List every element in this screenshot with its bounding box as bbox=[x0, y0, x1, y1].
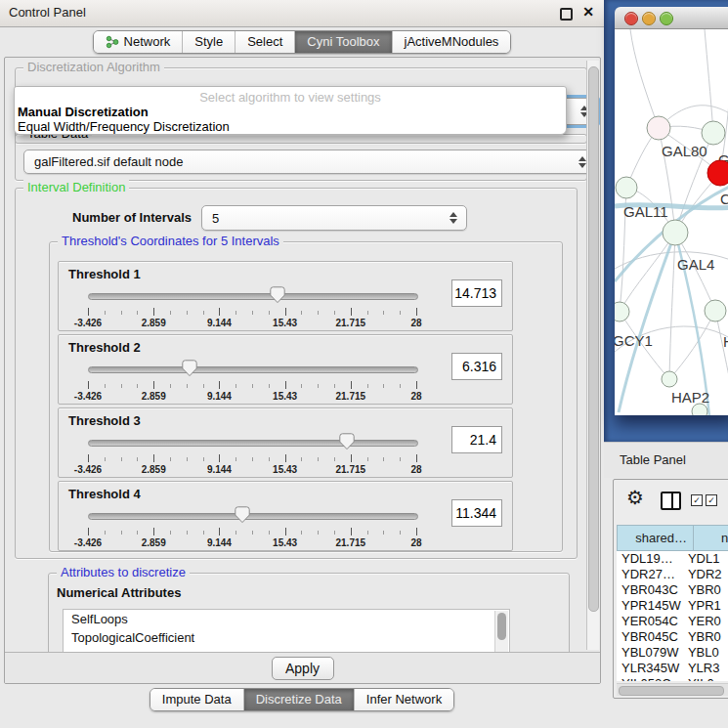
table-row[interactable]: YBR043CYBR0 bbox=[617, 582, 728, 598]
thresholds-group: Threshold's Coordinates for 5 Intervals … bbox=[49, 241, 563, 552]
tick-mark bbox=[252, 311, 253, 315]
tab-jactivemnodules[interactable]: jActiveMNodules bbox=[392, 31, 511, 53]
tick-mark bbox=[170, 457, 171, 461]
algorithm-option-manual-discretization[interactable]: Manual Discretization bbox=[18, 105, 569, 119]
network-node-c[interactable] bbox=[707, 160, 728, 186]
close-traffic-light-icon[interactable] bbox=[624, 12, 638, 25]
cell-shared-name: YLR345W bbox=[617, 661, 684, 676]
slider-thumb[interactable] bbox=[339, 433, 355, 450]
tab-cyni-toolbox[interactable]: Cyni Toolbox bbox=[294, 31, 391, 53]
tick-mark bbox=[121, 311, 122, 315]
table-scrollbar-thumb[interactable] bbox=[619, 686, 724, 696]
network-node-ga[interactable] bbox=[702, 121, 725, 145]
network-edge bbox=[669, 233, 675, 379]
table-row[interactable]: YBL079WYBL0 bbox=[617, 645, 728, 661]
cell-name: YBR0 bbox=[684, 629, 728, 645]
table-row[interactable]: YPR145WYPR1 bbox=[617, 598, 728, 614]
axis-label: -3.426 bbox=[74, 318, 102, 328]
network-canvas[interactable]: GAL80GACGAL11GAL4GCY1HHAP2 bbox=[615, 29, 728, 415]
attribute-item-topologicalcoefficient[interactable]: TopologicalCoefficient bbox=[64, 628, 509, 647]
slider-thumb[interactable] bbox=[235, 506, 250, 524]
network-window-titlebar[interactable] bbox=[615, 7, 728, 29]
group-title: Threshold's Coordinates for 5 Intervals bbox=[58, 234, 283, 248]
attribute-item-selfloops[interactable]: SelfLoops bbox=[64, 610, 509, 628]
table-row[interactable]: YIL052CYIL0 bbox=[617, 676, 728, 681]
axis-label: 9.144 bbox=[207, 464, 232, 475]
slider-track[interactable] bbox=[88, 440, 418, 447]
threshold-value-field[interactable]: 6.316 bbox=[451, 353, 502, 380]
slider-track[interactable] bbox=[88, 513, 418, 520]
network-node-h[interactable] bbox=[705, 300, 726, 321]
tab-infer-network[interactable]: Infer Network bbox=[354, 689, 453, 710]
threshold-value-field[interactable]: 21.4 bbox=[451, 426, 502, 453]
table-row[interactable]: YLR345WYLR3 bbox=[617, 661, 728, 676]
node-label: GAL4 bbox=[677, 256, 714, 273]
slider-axis-labels: -3.4262.8599.14415.4321.71528 bbox=[88, 318, 416, 329]
tick-mark bbox=[121, 457, 122, 461]
table-row[interactable]: YER054CYER0 bbox=[617, 614, 728, 629]
axis-label: 28 bbox=[410, 537, 421, 548]
checkbox-icon[interactable]: ✓ bbox=[691, 494, 703, 506]
network-node-hap2[interactable] bbox=[662, 371, 677, 387]
tab-label: Select bbox=[247, 34, 282, 49]
tick-mark bbox=[203, 457, 204, 461]
network-node-gal80[interactable] bbox=[647, 116, 670, 140]
tab-network[interactable]: Network bbox=[94, 31, 183, 53]
minimize-traffic-light-icon[interactable] bbox=[642, 12, 656, 25]
tick-mark bbox=[416, 381, 417, 389]
gear-icon[interactable]: ⚙ bbox=[626, 488, 644, 507]
table-row[interactable]: YDL19…YDL1 bbox=[617, 551, 728, 567]
cell-shared-name: YER054C bbox=[617, 614, 684, 629]
threshold-slider-2[interactable]: -3.4262.8599.14415.4321.71528 bbox=[88, 359, 416, 398]
apply-button[interactable]: Apply bbox=[272, 657, 334, 680]
network-node-gal4[interactable] bbox=[663, 220, 688, 245]
cell-shared-name: YPR145W bbox=[617, 598, 684, 614]
network-node-gcy1[interactable] bbox=[615, 302, 629, 321]
intervals-value: 5 bbox=[212, 211, 219, 226]
threshold-value-field[interactable]: 11.344 bbox=[451, 499, 502, 527]
panel-scrollbar-thumb[interactable] bbox=[588, 66, 599, 612]
tab-impute-data[interactable]: Impute Data bbox=[150, 689, 243, 710]
tick-mark bbox=[318, 384, 319, 388]
number-of-intervals-spinner[interactable]: 5 bbox=[201, 205, 467, 231]
threshold-slider-4[interactable]: -3.4262.8599.14415.4321.71528 bbox=[88, 505, 416, 544]
checkbox-icon[interactable]: ✓ bbox=[706, 494, 717, 506]
algorithm-option-equal-width-frequency-discretization[interactable]: Equal Width/Frequency Discretization bbox=[18, 119, 569, 134]
node-label: H bbox=[723, 333, 728, 350]
panel-scrollbar[interactable] bbox=[586, 61, 599, 650]
tick-mark bbox=[383, 311, 384, 315]
tab-discretize-data[interactable]: Discretize Data bbox=[243, 689, 354, 710]
tick-mark bbox=[351, 308, 352, 316]
zoom-traffic-light-icon[interactable] bbox=[660, 12, 673, 25]
slider-track[interactable] bbox=[88, 293, 418, 300]
column-header-name[interactable]: na bbox=[694, 525, 728, 551]
close-icon[interactable]: ✕ bbox=[582, 4, 594, 20]
column-header-shared-name[interactable]: shared… bbox=[617, 525, 694, 551]
tick-mark bbox=[88, 528, 89, 535]
spinner-stepper-icon bbox=[450, 212, 457, 224]
list-scrollbar-thumb[interactable] bbox=[497, 613, 506, 640]
threshold-slider-1[interactable]: -3.4262.8599.14415.4321.71528 bbox=[88, 285, 416, 324]
tick-mark bbox=[383, 531, 384, 535]
popup-placeholder: Select algorithm to view settings bbox=[15, 90, 566, 105]
table-row[interactable]: YBR045CYBR0 bbox=[617, 629, 728, 645]
cell-name: YPR1 bbox=[684, 598, 728, 614]
tick-mark bbox=[416, 308, 417, 316]
table-horizontal-scrollbar[interactable] bbox=[617, 683, 728, 696]
network-node-gal11[interactable] bbox=[616, 177, 637, 198]
group-title: Interval Definition bbox=[23, 180, 129, 194]
slider-track[interactable] bbox=[88, 366, 418, 373]
threshold-value-field[interactable]: 14.713 bbox=[451, 279, 502, 307]
column-layout-icon[interactable] bbox=[661, 492, 681, 510]
slider-thumb[interactable] bbox=[270, 286, 285, 304]
top-tab-row: NetworkStyleSelectCyni ToolboxjActiveMNo… bbox=[0, 30, 604, 54]
table-data-combobox[interactable]: galFiltered.sif default node bbox=[23, 150, 596, 174]
network-node[interactable] bbox=[692, 404, 707, 415]
threshold-slider-3[interactable]: -3.4262.8599.14415.4321.71528 bbox=[88, 432, 416, 471]
tick-mark bbox=[367, 457, 368, 461]
slider-thumb[interactable] bbox=[182, 360, 197, 377]
tab-style[interactable]: Style bbox=[182, 31, 235, 53]
tab-select[interactable]: Select bbox=[235, 31, 294, 53]
float-window-icon[interactable] bbox=[560, 8, 573, 21]
table-row[interactable]: YDR27…YDR2 bbox=[617, 567, 728, 582]
